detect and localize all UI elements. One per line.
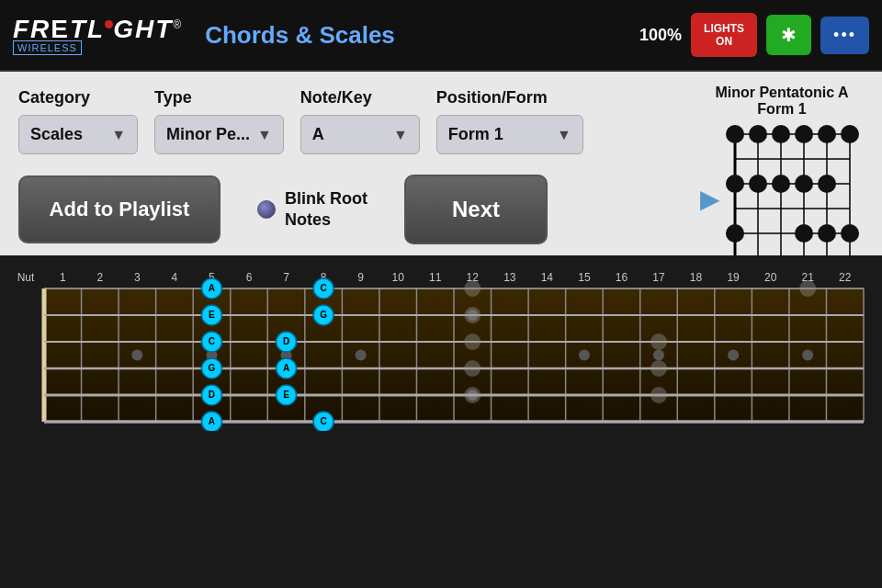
svg-point-14 [772, 125, 790, 143]
chord-diagram-area: Minor Pentatonic A Form 1 ▶ [700, 85, 864, 272]
category-label: Category [18, 88, 138, 107]
type-arrow: ▼ [257, 127, 272, 143]
battery-percentage: 100% [639, 26, 682, 45]
category-value: Scales [30, 125, 83, 144]
svg-point-13 [749, 125, 767, 143]
svg-point-12 [726, 125, 744, 143]
header: FRETLGHT® WIRELESS Chords & Scales 100% … [0, 0, 882, 72]
note-group: Note/Key A ▼ [300, 88, 420, 154]
type-dropdown[interactable]: Minor Pe... ▼ [154, 115, 284, 154]
type-label: Type [154, 88, 284, 107]
lights-button[interactable]: LIGHTS ON [691, 13, 757, 58]
chord-diagram: ▶ [700, 125, 864, 272]
svg-point-17 [841, 125, 859, 143]
header-right: 100% LIGHTS ON ✱ ••• [639, 13, 869, 58]
svg-point-15 [795, 125, 813, 143]
chord-arrow-icon: ▶ [700, 184, 720, 214]
type-group: Type Minor Pe... ▼ [154, 88, 284, 154]
header-title: Chords & Scales [205, 21, 395, 50]
svg-point-16 [818, 125, 836, 143]
more-icon: ••• [833, 26, 856, 44]
main-panel: Category Scales ▼ Type Minor Pe... ▼ Not… [0, 72, 882, 255]
fret-diagram-svg [726, 125, 864, 272]
svg-point-26 [841, 224, 859, 243]
position-arrow: ▼ [557, 127, 571, 143]
svg-point-23 [726, 224, 744, 243]
svg-point-21 [795, 175, 813, 193]
blink-label: Blink RootNotes [285, 188, 368, 232]
fretboard-section [0, 255, 882, 440]
chord-title: Minor Pentatonic A Form 1 [700, 85, 864, 118]
next-button[interactable]: Next [404, 175, 548, 244]
blink-toggle[interactable] [257, 200, 276, 219]
category-arrow: ▼ [111, 127, 126, 143]
note-value: A [312, 125, 324, 144]
fretboard-canvas [9, 261, 873, 431]
svg-point-20 [772, 175, 790, 193]
category-dropdown[interactable]: Scales ▼ [18, 115, 138, 154]
svg-point-24 [795, 224, 813, 243]
svg-point-25 [818, 224, 836, 243]
category-group: Category Scales ▼ [18, 88, 138, 154]
logo-area: FRETLGHT® WIRELESS [13, 15, 183, 55]
position-label: Position/Form [436, 88, 583, 107]
position-group: Position/Form Form 1 ▼ [436, 88, 583, 154]
svg-point-19 [749, 175, 767, 193]
blink-root-area: Blink RootNotes [257, 188, 368, 232]
note-label: Note/Key [300, 88, 420, 107]
note-dropdown[interactable]: A ▼ [300, 115, 420, 154]
svg-point-18 [726, 175, 744, 193]
more-button[interactable]: ••• [820, 17, 869, 54]
wireless-label: WIRELESS [13, 40, 82, 55]
svg-point-22 [818, 175, 836, 193]
note-arrow: ▼ [393, 127, 408, 143]
add-playlist-button[interactable]: Add to Playlist [18, 175, 220, 243]
position-value: Form 1 [448, 125, 503, 144]
bluetooth-button[interactable]: ✱ [766, 15, 811, 55]
bluetooth-icon: ✱ [781, 24, 797, 46]
position-dropdown[interactable]: Form 1 ▼ [436, 115, 583, 154]
type-value: Minor Pe... [166, 125, 250, 144]
